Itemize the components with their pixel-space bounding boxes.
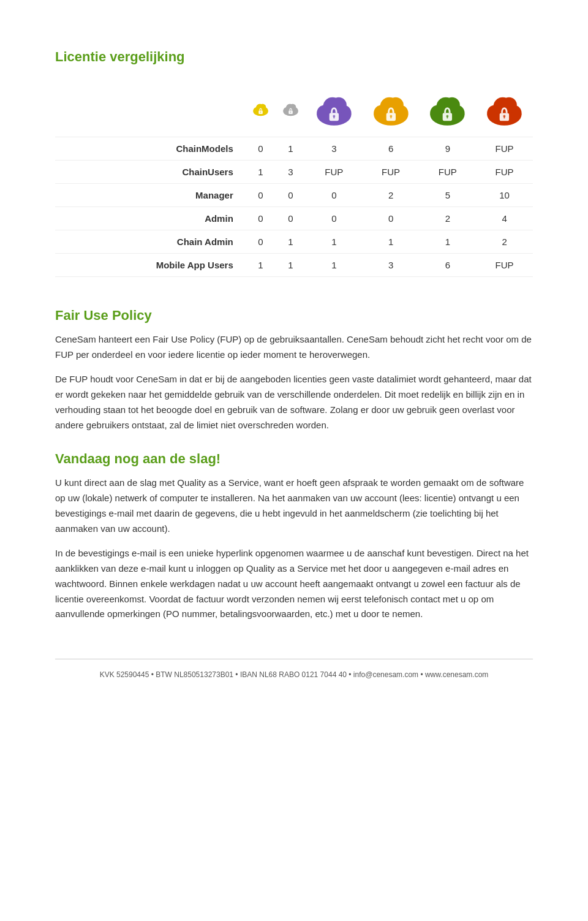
table-row: ChainModels01369FUP	[55, 137, 533, 160]
cloud-header-yellow	[246, 83, 276, 137]
slag-title: Vandaag nog aan de slag!	[55, 451, 533, 467]
fup-section: Fair Use Policy CeneSam hanteert een Fai…	[55, 308, 533, 433]
cell-0-5: FUP	[476, 137, 533, 160]
row-label-2: Manager	[55, 183, 246, 207]
cell-4-4: 1	[419, 230, 476, 253]
empty-header	[55, 83, 246, 137]
license-section-title: Licentie vergelijking	[55, 49, 533, 65]
svg-rect-47	[504, 116, 505, 119]
license-table: ChainModels01369FUPChainUsers13FUPFUPFUP…	[55, 83, 533, 277]
svg-point-28	[388, 97, 404, 113]
cell-4-0: 0	[246, 230, 276, 253]
cell-2-0: 0	[246, 183, 276, 207]
svg-rect-31	[390, 116, 391, 119]
svg-point-4	[259, 104, 266, 111]
cell-3-2: 0	[306, 207, 363, 230]
cell-3-1: 0	[276, 207, 306, 230]
cell-1-4: FUP	[419, 160, 476, 183]
page-wrapper: Licentie vergelijking	[31, 0, 557, 703]
cell-2-4: 5	[419, 183, 476, 207]
cell-5-3: 3	[363, 253, 420, 276]
slag-paragraph-2: In de bevestigings e-mail is een unieke …	[55, 546, 533, 622]
cell-2-2: 0	[306, 183, 363, 207]
fup-paragraph-2: De FUP houdt voor CeneSam in dat er bij …	[55, 372, 533, 433]
cloud-header-orange	[363, 83, 420, 137]
cell-2-3: 2	[363, 183, 420, 207]
svg-point-36	[445, 97, 461, 113]
row-label-4: Chain Admin	[55, 230, 246, 253]
cell-4-1: 1	[276, 230, 306, 253]
svg-point-20	[331, 97, 347, 113]
svg-point-44	[501, 97, 517, 113]
svg-rect-23	[333, 116, 334, 119]
cloud-header-purple	[306, 83, 363, 137]
cell-5-2: 1	[306, 253, 363, 276]
cell-1-3: FUP	[363, 160, 420, 183]
row-label-3: Admin	[55, 207, 246, 230]
fup-title: Fair Use Policy	[55, 308, 533, 324]
cloud-header-green	[419, 83, 476, 137]
cell-5-1: 1	[276, 253, 306, 276]
table-row: Manager0002510	[55, 183, 533, 207]
table-row: Mobile App Users11136FUP	[55, 253, 533, 276]
cell-4-5: 2	[476, 230, 533, 253]
cell-1-1: 3	[276, 160, 306, 183]
table-row: Admin000024	[55, 207, 533, 230]
cell-3-5: 4	[476, 207, 533, 230]
cloud-header-row	[55, 83, 533, 137]
cell-2-1: 0	[276, 183, 306, 207]
cell-3-3: 0	[363, 207, 420, 230]
page-footer: KVK 52590445 • BTW NL850513273B01 • IBAN…	[55, 659, 533, 679]
cell-0-2: 3	[306, 137, 363, 160]
slag-paragraph-1: U kunt direct aan de slag met Quality as…	[55, 476, 533, 536]
cell-0-3: 6	[363, 137, 420, 160]
cloud-header-grey	[276, 83, 306, 137]
cell-0-0: 0	[246, 137, 276, 160]
row-label-0: ChainModels	[55, 137, 246, 160]
cell-3-0: 0	[246, 207, 276, 230]
svg-rect-39	[447, 116, 448, 119]
svg-rect-7	[260, 112, 261, 113]
table-row: Chain Admin011112	[55, 230, 533, 253]
cell-2-5: 10	[476, 183, 533, 207]
cell-4-2: 1	[306, 230, 363, 253]
cell-3-4: 2	[419, 207, 476, 230]
row-label-5: Mobile App Users	[55, 253, 246, 276]
table-row: ChainUsers13FUPFUPFUPFUP	[55, 160, 533, 183]
cell-5-5: FUP	[476, 253, 533, 276]
cell-5-0: 1	[246, 253, 276, 276]
row-label-1: ChainUsers	[55, 160, 246, 183]
cell-1-2: FUP	[306, 160, 363, 183]
cell-4-3: 1	[363, 230, 420, 253]
cell-5-4: 6	[419, 253, 476, 276]
cell-1-0: 1	[246, 160, 276, 183]
fup-paragraph-1: CeneSam hanteert een Fair Use Policy (FU…	[55, 332, 533, 363]
footer-text: KVK 52590445 • BTW NL850513273B01 • IBAN…	[100, 670, 489, 679]
cell-0-1: 1	[276, 137, 306, 160]
cell-0-4: 9	[419, 137, 476, 160]
cloud-header-red	[476, 83, 533, 137]
slag-section: Vandaag nog aan de slag! U kunt direct a…	[55, 451, 533, 622]
svg-point-12	[289, 104, 296, 111]
svg-rect-15	[290, 112, 291, 113]
cell-1-5: FUP	[476, 160, 533, 183]
